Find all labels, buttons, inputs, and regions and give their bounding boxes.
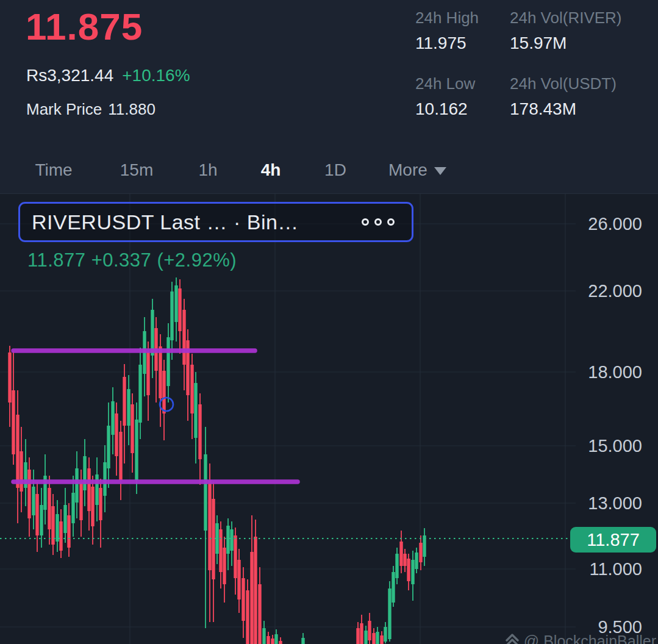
more-dropdown[interactable]: More <box>388 152 446 187</box>
watermark-text: @ BlockchainBaller <box>524 632 656 644</box>
last-price: 11.875 <box>26 5 143 48</box>
tab-1h[interactable]: 1h <box>198 152 217 187</box>
watermark: @ BlockchainBaller <box>505 632 656 644</box>
last-price-badge: 11.877 <box>570 527 656 553</box>
trading-app-screen: { "header": { "last_price": "11.875", "f… <box>0 0 658 644</box>
chevron-down-icon <box>434 167 446 175</box>
stat-24h-vol-usdt: 24h Vol(USDT) 178.43M <box>510 74 650 119</box>
fiat-price: Rs3,321.44 <box>26 66 113 85</box>
tab-4h-active[interactable]: 4h <box>261 152 281 187</box>
fiat-price-row: Rs3,321.44+10.16% <box>26 66 190 85</box>
change-percent: +10.16% <box>122 66 190 85</box>
chart-region: RIVERUSDT Last … · Bin… 11.877 +0.337 (+… <box>0 194 658 644</box>
chart-legend-box[interactable]: RIVERUSDT Last … · Bin… <box>18 202 413 242</box>
legend-price-change: 11.877 +0.337 (+2.92%) <box>27 249 237 271</box>
stat-value: 178.43M <box>510 99 650 119</box>
watermark-logo-icon <box>505 634 520 644</box>
more-options-icon[interactable] <box>362 218 395 226</box>
more-label: More <box>388 160 427 180</box>
axis-label: 13.000 <box>588 493 642 513</box>
interval-tabbar: Time 15m 1h 4h 1D More <box>0 152 658 187</box>
stat-label: 24h Vol(RIVER) <box>510 9 650 27</box>
mark-price-value: 11.880 <box>108 100 156 118</box>
tab-time[interactable]: Time <box>35 152 72 187</box>
axis-label: 15.000 <box>588 436 642 456</box>
axis-label: 22.000 <box>588 281 642 301</box>
stat-24h-vol-river: 24h Vol(RIVER) 15.97M <box>510 9 650 53</box>
tab-1d[interactable]: 1D <box>324 152 346 187</box>
tab-15m[interactable]: 15m <box>120 152 153 187</box>
stat-label: 24h Vol(USDT) <box>510 74 650 93</box>
mark-price-row: Mark Price11.880 <box>26 100 156 119</box>
mark-price-label: Mark Price <box>26 100 102 118</box>
axis-label: 18.000 <box>588 362 642 382</box>
axis-label: 11.000 <box>589 559 642 579</box>
legend-symbol-title: RIVERUSDT Last … · Bin… <box>32 210 299 234</box>
stat-value: 15.97M <box>510 34 650 53</box>
axis-label: 26.000 <box>588 214 642 234</box>
